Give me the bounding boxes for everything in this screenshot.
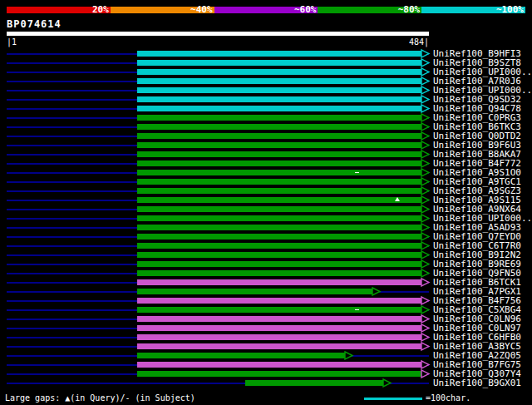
alignment-bar[interactable]	[245, 380, 383, 386]
alignment-bar[interactable]	[137, 343, 421, 349]
identity-key-label: ~80%	[370, 5, 421, 17]
alignment-arrowhead-icon	[421, 122, 431, 131]
alignment-bar[interactable]	[137, 325, 421, 331]
alignment-arrowhead-icon	[421, 131, 431, 141]
alignment-bar[interactable]	[137, 270, 421, 276]
scale-legend-text: =100char.	[426, 393, 470, 403]
alignment-bar[interactable]	[137, 151, 421, 157]
alignment-arrowhead-icon	[421, 168, 431, 177]
alignment-bar[interactable]	[137, 69, 421, 75]
alignment-arrowhead-icon	[421, 324, 431, 333]
alignment-bar[interactable]	[137, 279, 421, 285]
alignment-arrowhead-icon	[372, 287, 382, 296]
alignment-row: UniRef100_B9GX01	[0, 378, 532, 388]
query-title: BP074614	[7, 18, 62, 30]
alignment-bar[interactable]	[137, 243, 421, 249]
alignment-bar[interactable]	[137, 334, 421, 340]
alignment-arrowhead-icon	[421, 177, 431, 186]
alignment-arrowhead-icon	[421, 278, 431, 287]
alignment-bar[interactable]	[137, 188, 421, 194]
alignment-bar[interactable]	[137, 307, 421, 313]
alignment-bar[interactable]	[137, 362, 421, 368]
hit-label[interactable]: UniRef100_B9GX01	[433, 378, 521, 388]
alignment-bar[interactable]	[137, 371, 421, 377]
alignment-arrowhead-icon	[421, 259, 431, 269]
alignment-arrowhead-icon	[421, 269, 431, 278]
alignment-arrowhead-icon	[421, 360, 431, 369]
gap-in-subject-marker	[355, 309, 359, 310]
alignment-bar[interactable]	[137, 124, 421, 130]
alignment-arrowhead-icon	[421, 333, 431, 342]
ruler-start-label: |1	[7, 37, 17, 47]
alignment-bar[interactable]	[137, 353, 346, 358]
alignment-arrowhead-icon	[421, 159, 431, 168]
alignment-arrowhead-icon	[421, 314, 431, 324]
alignment-arrowhead-icon	[421, 195, 431, 205]
alignment-arrowhead-icon	[421, 342, 431, 351]
alignment-bar[interactable]	[137, 78, 421, 84]
alignment-arrowhead-icon	[421, 141, 431, 150]
query-ruler-bar	[7, 32, 429, 36]
identity-color-key: 20%~40%~60%~80%~100%	[7, 7, 525, 13]
alignment-bar[interactable]	[137, 51, 421, 57]
alignment-bar[interactable]	[137, 261, 421, 267]
ruler-end-label: 484|	[409, 37, 429, 47]
alignment-arrowhead-icon	[421, 86, 431, 95]
alignment-bar[interactable]	[137, 289, 372, 294]
alignment-arrowhead-icon	[421, 150, 431, 159]
alignment-bar[interactable]	[137, 316, 421, 322]
alignment-plot: UniRef100_B9HFI3UniRef100_B9SZT8UniRef10…	[0, 49, 532, 388]
alignment-arrowhead-icon	[421, 223, 431, 232]
alignment-arrowhead-icon	[421, 369, 431, 378]
alignment-bar[interactable]	[137, 115, 421, 121]
alignment-bar[interactable]	[137, 133, 421, 139]
alignment-arrowhead-icon	[421, 49, 431, 58]
alignment-bar[interactable]	[137, 161, 421, 166]
gap-in-subject-marker	[355, 172, 359, 173]
alignment-bar[interactable]	[137, 96, 421, 102]
alignment-arrowhead-icon	[421, 67, 431, 77]
alignment-arrowhead-icon	[421, 77, 431, 86]
identity-key-label: ~60%	[266, 5, 318, 17]
alignment-arrowhead-icon	[421, 214, 431, 223]
alignment-arrowhead-icon	[421, 232, 431, 241]
scale-legend-line	[364, 398, 422, 400]
alignment-arrowhead-icon	[421, 104, 431, 113]
alignment-arrowhead-icon	[421, 205, 431, 214]
alignment-arrowhead-icon	[344, 351, 354, 360]
alignment-bar[interactable]	[137, 179, 421, 185]
alignment-bar[interactable]	[137, 106, 421, 111]
identity-key-label: ~100%	[474, 5, 525, 17]
identity-key-label: 20%	[59, 5, 111, 17]
alignment-bar[interactable]	[137, 206, 421, 212]
alignment-arrowhead-icon	[421, 296, 431, 305]
alignment-arrowhead-icon	[421, 95, 431, 104]
blast-graphic-overview: 20%~40%~60%~80%~100% BP074614 |1 484| Un…	[0, 0, 532, 405]
alignment-bar[interactable]	[137, 170, 421, 175]
gap-in-query-marker	[395, 197, 400, 201]
alignment-bar[interactable]	[137, 252, 421, 258]
identity-key-label: ~40%	[163, 5, 214, 17]
alignment-bar[interactable]	[137, 87, 421, 93]
alignment-bar[interactable]	[137, 60, 421, 66]
alignment-arrowhead-icon	[421, 250, 431, 259]
gaps-legend-text: Large gaps: ▲(in Query)/- (in Subject)	[5, 393, 195, 403]
alignment-arrowhead-icon	[421, 113, 431, 122]
alignment-bar[interactable]	[137, 215, 421, 221]
alignment-arrowhead-icon	[421, 241, 431, 250]
alignment-arrowhead-icon	[421, 186, 431, 195]
alignment-bar[interactable]	[137, 197, 421, 203]
alignment-bar[interactable]	[137, 298, 421, 304]
alignment-bar[interactable]	[137, 225, 421, 230]
alignment-arrowhead-icon	[421, 58, 431, 67]
alignment-bar[interactable]	[137, 142, 421, 148]
alignment-arrowhead-icon	[421, 305, 431, 314]
alignment-bar[interactable]	[137, 234, 421, 240]
alignment-arrowhead-icon	[382, 378, 392, 388]
